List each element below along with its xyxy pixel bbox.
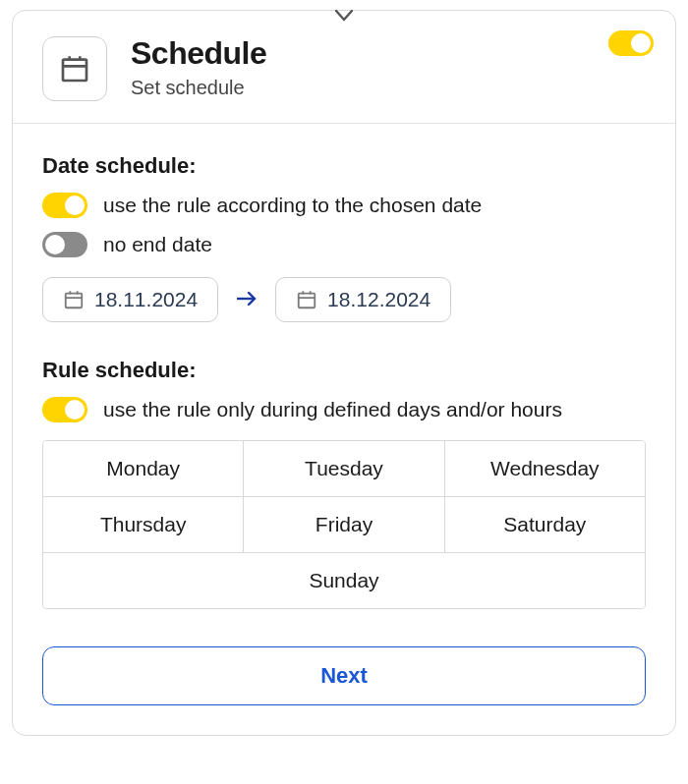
svg-rect-0 <box>63 60 86 81</box>
use-rule-days-label: use the rule only during defined days an… <box>103 398 562 421</box>
svg-rect-4 <box>66 294 83 308</box>
arrow-right-icon <box>236 287 258 312</box>
schedule-enable-toggle[interactable] <box>608 30 654 56</box>
start-date-value: 18.11.2024 <box>94 288 198 311</box>
no-end-date-label: no end date <box>103 233 212 256</box>
date-range-row: 18.11.2024 18.12.2024 <box>42 277 646 322</box>
card-header: Schedule Set schedule <box>13 11 675 124</box>
date-schedule-label: Date schedule: <box>42 153 646 179</box>
day-sunday[interactable]: Sunday <box>43 553 645 608</box>
use-rule-days-toggle[interactable] <box>42 397 87 422</box>
days-table: Monday Tuesday Wednesday Thursday Friday… <box>42 440 646 609</box>
calendar-icon <box>296 289 317 310</box>
use-date-rule-label: use the rule according to the chosen dat… <box>103 194 482 217</box>
day-saturday[interactable]: Saturday <box>444 497 645 552</box>
no-end-date-toggle[interactable] <box>42 232 87 257</box>
calendar-icon <box>63 289 85 310</box>
day-thursday[interactable]: Thursday <box>43 497 243 552</box>
schedule-card: Schedule Set schedule Date schedule: use… <box>12 10 676 736</box>
day-monday[interactable]: Monday <box>43 441 243 496</box>
end-date-input[interactable]: 18.12.2024 <box>275 277 451 322</box>
day-friday[interactable]: Friday <box>243 497 443 552</box>
svg-rect-9 <box>299 294 315 308</box>
day-wednesday[interactable]: Wednesday <box>444 441 645 496</box>
rule-schedule-label: Rule schedule: <box>42 358 646 383</box>
card-body: Date schedule: use the rule according to… <box>13 124 675 735</box>
start-date-input[interactable]: 18.11.2024 <box>42 277 218 322</box>
card-subtitle: Set schedule <box>131 77 266 99</box>
day-tuesday[interactable]: Tuesday <box>243 441 443 496</box>
use-date-rule-toggle[interactable] <box>42 193 87 218</box>
next-button[interactable]: Next <box>42 646 646 705</box>
end-date-value: 18.12.2024 <box>327 288 430 311</box>
calendar-icon <box>42 36 107 101</box>
card-title: Schedule <box>131 36 266 71</box>
